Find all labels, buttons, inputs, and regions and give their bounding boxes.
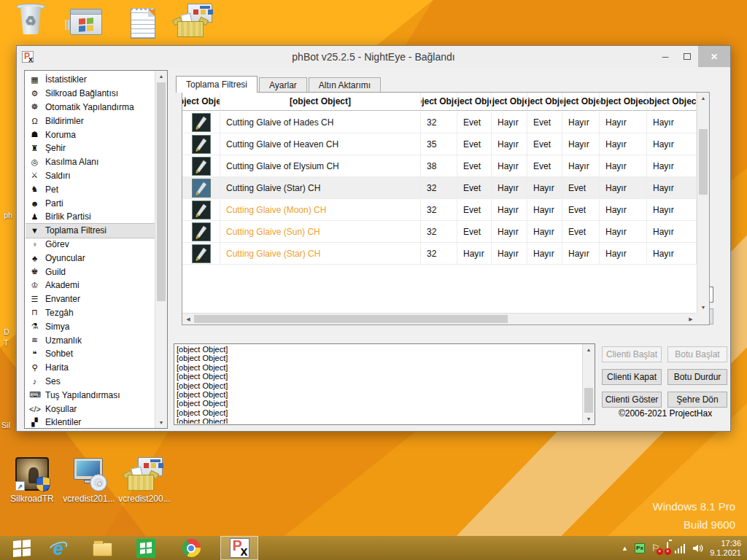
start-button[interactable] [7,536,36,560]
sidebar-item[interactable]: ⚲ Harita [26,361,155,375]
taskbar-clock[interactable]: 17:36 9.1.2021 [710,539,741,558]
sidebar-item-icon: ♪ [29,377,40,386]
scroll-up-icon[interactable]: ▲ [697,93,709,104]
sidebar-item[interactable]: ♔ Akademi [26,279,155,292]
scroll-down-icon[interactable]: ▼ [697,302,709,313]
table-row[interactable]: Cutting Glaive of Elysium CH 38 Evet Hay… [182,155,697,177]
sidebar-item-icon: ▼ [29,226,40,235]
table-row[interactable]: Cutting Glaive of Heaven CH 35 Evet Hayı… [182,133,697,155]
sidebar-item[interactable]: ♟ Birlik Partisi [26,210,155,224]
power-status-icon[interactable]: ✕ [667,542,668,553]
taskbar-phbot-active[interactable]: Px [220,536,258,560]
setup-package-icon[interactable] [166,3,222,38]
column-header[interactable]: [object Object] [600,93,647,110]
log-panel: [object Object][object Object][object Ob… [174,343,595,425]
table-row[interactable]: Cutting Glaive (Star) CH 32 Evet Hayır H… [182,177,697,199]
item-pet: Hayır [492,112,527,133]
sidebar-item[interactable]: ☰ Envanter [26,292,155,306]
shortcut-vcredist2010[interactable]: vcredist201... [61,456,117,504]
table-row[interactable]: Cutting Glaive (Star) CH 32 Hayır Hayır … [182,243,697,265]
taskbar-chrome[interactable] [175,536,207,560]
sidebar-item[interactable]: ▞ Eklentiler [26,416,155,427]
log-scrollbar[interactable]: ▲ ▼ [582,344,595,424]
recycle-bin-icon[interactable]: ♻ [3,3,58,38]
network-signal-icon[interactable] [675,543,686,553]
scroll-down-icon[interactable]: ▼ [155,417,167,428]
taskbar-file-explorer[interactable] [86,536,118,560]
bot-control-button[interactable]: Botu Başlat [667,346,727,362]
windows-installer-icon[interactable] [58,4,114,39]
sidebar-item[interactable]: ⌨ Tuş Yapılandırması [26,388,155,402]
bot-control-button[interactable]: Botu Durdur [667,369,727,385]
scroll-up-icon[interactable]: ▲ [155,71,167,82]
table-row[interactable]: Cutting Glaive (Moon) CH 32 Evet Hayır H… [182,199,697,221]
sidebar-item[interactable]: ⊓ Tezgâh [26,306,155,320]
column-header[interactable]: [object Object] [527,93,562,110]
sidebar-item[interactable]: ❝ Sohbet [26,347,155,361]
volume-icon[interactable] [692,542,703,554]
bot-control-button[interactable]: Şehre Dön [667,392,727,408]
close-button[interactable]: ✕ [698,46,730,67]
sidebar-item[interactable]: ⚗ Simya [26,319,155,333]
column-header[interactable]: [object Object] [457,93,492,110]
column-header[interactable]: [object Object] [182,93,220,110]
sidebar-item[interactable]: ▼ Toplama Filtresi [26,224,155,238]
titlebar[interactable]: Px phBot v25.2.5 - NightEye - Bağlandı ─… [17,46,730,68]
column-header[interactable]: [object Object] [220,93,421,110]
sidebar-item[interactable]: ▦ İstatistikler [26,73,155,87]
scroll-down-icon[interactable]: ▼ [583,413,595,424]
phbot-icon: Px [230,538,249,558]
action-center-flag-icon[interactable]: ⚐✕ [651,542,660,553]
table-row[interactable]: Cutting Glaive of Hades CH 32 Evet Hayır… [182,112,697,133]
tab[interactable]: Altın Aktarımı [309,77,381,93]
minimize-button[interactable]: ─ [654,46,676,67]
sidebar-item[interactable]: ⚙ Silkroad Bağlantısı [26,87,155,101]
sidebar-item[interactable]: ♀ Görev [26,238,155,252]
tab[interactable]: Toplama Filtresi [176,76,258,93]
table-row[interactable]: Cutting Glaive (Sun) CH 32 Evet Hayır Ha… [182,221,697,243]
column-header[interactable]: [object Object] [492,93,527,110]
phbot-tray-icon[interactable]: Px [635,543,645,553]
sidebar-item[interactable]: ♪ Ses [26,375,155,389]
tab[interactable]: Ayarlar [259,77,307,93]
taskbar-internet-explorer[interactable]: e [42,536,74,560]
table-vscrollbar[interactable]: ▲ ▼ [697,93,709,313]
shortcut-silkroadtr[interactable]: ➚ SilkroadTR [4,456,60,504]
sidebar-item[interactable]: ♞ Pet [26,182,155,196]
item-sell: Hayır [527,243,562,265]
table-hscrollbar[interactable]: ◀ ▶ [182,313,697,324]
sidebar-item[interactable]: </> Koşullar [26,402,155,416]
item-image-cell [182,177,220,199]
sidebar-item-label: Harita [45,362,69,373]
column-header[interactable]: [object Object] [562,93,600,110]
sidebar-item[interactable]: ◎ Kasılma Alanı [26,155,155,169]
sidebar-item[interactable]: ☗ Koruma [26,128,155,141]
scroll-left-icon[interactable]: ◀ [182,314,194,324]
sidebar-scrollbar[interactable]: ▲ ▼ [155,71,167,428]
shortcut-vcredist2008[interactable]: vcredist200... [117,456,172,504]
pick-filter-table: [object Object][object Object][object Ob… [182,92,710,325]
sidebar-item[interactable]: ♜ Şehir [26,141,155,155]
sidebar-item-label: Ses [45,376,61,386]
sidebar-item[interactable]: ♣ Oyuncular [26,251,155,265]
scroll-right-icon[interactable]: ▶ [685,314,697,324]
sidebar-item[interactable]: ♚ Guild [26,265,155,279]
sidebar-item[interactable]: Ω Bildirimler [26,114,155,128]
taskbar-windows-store[interactable] [130,536,162,560]
sidebar-item[interactable]: ⚔ Saldırı [26,169,155,183]
bot-control-button[interactable]: Clienti Başlat [602,346,662,362]
shortcut-arrow-icon: ➚ [15,481,25,491]
sidebar-item[interactable]: ☸ Otomatik Yapılandırma [26,101,155,114]
maximize-button[interactable] [676,46,698,67]
bot-control-button[interactable]: Clienti Göster [602,392,662,408]
notepad-file-icon[interactable] [115,6,171,41]
sidebar-item[interactable]: ☻ Parti [26,196,155,210]
sidebar-item-icon: ♔ [29,281,40,290]
column-header[interactable]: [object Object] [421,93,457,110]
show-hidden-icons-button[interactable]: ▲ [622,545,628,552]
sidebar-item-icon: ♚ [29,267,40,276]
bot-control-button[interactable]: Clienti Kapat [602,369,662,385]
scroll-up-icon[interactable]: ▲ [583,344,595,355]
sidebar-item[interactable]: ≋ Uzmanlık [26,333,155,347]
column-header[interactable]: [object Object] [647,93,697,110]
